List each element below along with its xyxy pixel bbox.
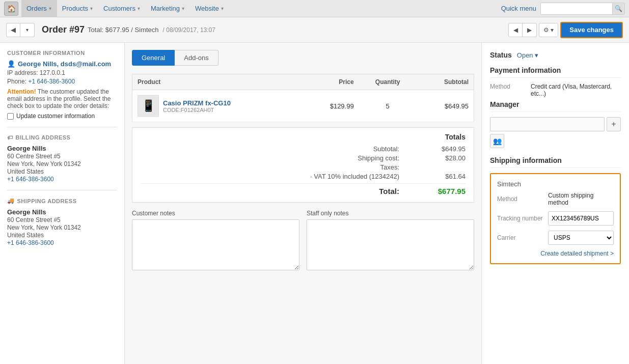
manager-input[interactable] (490, 117, 605, 131)
status-dropdown[interactable]: Open ▾ (517, 51, 538, 59)
group-icon: 👥 (493, 137, 502, 145)
customer-notes-block: Customer notes (132, 210, 299, 272)
totals-title: Totals (141, 133, 466, 141)
status-label: Status (490, 51, 512, 59)
product-cell: 📱 Casio PRIZM fx-CG10 CODE:F01262AH0T (132, 90, 303, 122)
nav-orders[interactable]: Orders ▾ (21, 0, 57, 17)
save-changes-button[interactable]: Save changes (560, 22, 623, 38)
tab-addons[interactable]: Add-ons (175, 50, 218, 66)
back-button-group: ◀ ▾ (6, 23, 35, 37)
nav-marketing[interactable]: Marketing ▾ (146, 0, 190, 17)
back-button[interactable]: ◀ (6, 23, 20, 37)
attention-message: Attention! The customer updated the emai… (7, 88, 117, 109)
shipping-line2: New York, New York 01342 (7, 224, 117, 231)
staff-notes-label: Staff only notes (307, 210, 474, 217)
shipping-country: United States (7, 232, 117, 239)
status-section: Status Open ▾ (490, 51, 621, 59)
shipping-cost-value: $28.00 (430, 154, 466, 162)
back-dropdown-button[interactable]: ▾ (20, 23, 35, 37)
right-panel: Status Open ▾ Payment information Method… (481, 43, 629, 364)
manager-group-button[interactable]: 👥 (490, 134, 504, 148)
customer-name-email: 👤 George Nills, dsds@mail.com (7, 60, 117, 68)
subtotal-label: Subtotal: (318, 145, 399, 153)
shipping-company: Simtech (497, 180, 614, 188)
subtotal-row: Subtotal: $649.95 (141, 145, 466, 153)
customers-dropdown-arrow: ▾ (138, 6, 140, 11)
total-row: Total: $677.95 (141, 183, 466, 195)
update-customer-label[interactable]: Update customer information (16, 113, 95, 120)
search-input[interactable] (541, 3, 612, 14)
customer-phone: Phone: +1 646-386-3600 (7, 78, 117, 85)
nav-products[interactable]: Products ▾ (57, 0, 98, 17)
nav-customers[interactable]: Customers ▾ (98, 0, 146, 17)
taxes-value (430, 163, 466, 171)
update-customer-check: Update customer information (7, 113, 117, 120)
orders-dropdown-arrow: ▾ (49, 6, 51, 11)
tab-general[interactable]: General (132, 50, 175, 66)
order-toolbar: ◀ ▾ Order #97 Total: $677.95 / Simtech /… (0, 17, 629, 43)
update-customer-checkbox[interactable] (7, 113, 14, 120)
staff-notes-textarea[interactable] (307, 219, 474, 270)
home-button[interactable]: 🏠 (4, 2, 18, 16)
tracking-number-input[interactable] (548, 211, 614, 226)
shipping-info-section: Simtech Method Custom shipping method Tr… (490, 173, 621, 264)
carrier-key: Carrier (497, 234, 548, 241)
tag-icon: 🏷 (7, 134, 13, 141)
shipping-name: George Nills (7, 208, 117, 216)
total-value: $677.95 (430, 187, 466, 195)
totals-section: Totals Subtotal: $649.95 Shipping cost: … (132, 127, 474, 203)
truck-icon: 🚚 (7, 198, 15, 204)
prev-order-button[interactable]: ◀ (508, 23, 523, 37)
toolbar-actions: ◀ ▶ ⚙ ▾ Save changes (508, 22, 623, 38)
product-price: $129.99 (303, 90, 359, 122)
manager-section: Manager + 👥 (490, 100, 621, 148)
shipping-method-value: Custom shipping method (548, 192, 614, 206)
create-shipment-link[interactable]: Create detailed shipment > (497, 250, 614, 257)
search-button[interactable]: 🔍 (612, 3, 624, 14)
shipping-method-row: Method Custom shipping method (497, 192, 614, 206)
tracking-key: Tracking number (497, 215, 548, 222)
vat-row: · VAT 10% included (1234242) $61.64 (141, 173, 466, 180)
payment-method-value: Credit card (Visa, Mastercard, etc...) (531, 83, 621, 97)
product-quantity: 5 (359, 90, 417, 122)
sidebar: CUSTOMER INFORMATION 👤 George Nills, dsd… (0, 43, 125, 364)
payment-info-title: Payment information (490, 66, 621, 78)
gear-dropdown-arrow: ▾ (551, 26, 554, 34)
shipping-method-key: Method (497, 195, 548, 203)
col-product: Product (132, 74, 303, 90)
col-quantity: Quantity (359, 74, 417, 90)
divider-2 (7, 190, 117, 190)
order-title: Order #97 (42, 24, 85, 35)
website-dropdown-arrow: ▾ (221, 6, 224, 11)
billing-country: United States (7, 168, 117, 175)
product-image: 📱 (138, 95, 159, 117)
customer-notes-label: Customer notes (132, 210, 299, 217)
carrier-select[interactable]: USPS FedEx UPS DHL (548, 231, 614, 245)
payment-method-key: Method (490, 83, 531, 97)
billing-name: George Nills (7, 145, 117, 152)
customer-notes-textarea[interactable] (132, 219, 299, 270)
customer-info-title: CUSTOMER INFORMATION (7, 50, 117, 56)
billing-line1: 60 Centre Street #5 (7, 153, 117, 160)
add-manager-button[interactable]: + (607, 117, 621, 131)
status-dropdown-arrow: ▾ (535, 51, 538, 59)
payment-method-row: Method Credit card (Visa, Mastercard, et… (490, 83, 621, 97)
content-area: General Add-ons Product Price Quantity S… (125, 43, 481, 364)
billing-address-title: 🏷 BILLING ADDRESS (7, 134, 117, 141)
customer-ip: IP address: 127.0.0.1 (7, 69, 117, 76)
vat-value: $61.64 (430, 173, 466, 180)
order-products-table: Product Price Quantity Subtotal 📱 Casio … (132, 74, 474, 122)
next-order-button[interactable]: ▶ (523, 23, 537, 37)
gear-icon: ⚙ (543, 26, 549, 34)
divider-1 (7, 127, 117, 127)
notes-section: Customer notes Staff only notes (132, 210, 474, 272)
product-subtotal: $649.95 (417, 90, 474, 122)
quick-menu-button[interactable]: Quick menu (497, 5, 540, 12)
product-name[interactable]: Casio PRIZM fx-CG10 (163, 99, 231, 107)
tab-bar: General Add-ons (132, 50, 474, 66)
shipping-line1: 60 Centre Street #5 (7, 216, 117, 223)
gear-menu-button[interactable]: ⚙ ▾ (539, 23, 558, 37)
manager-input-row: + (490, 117, 621, 131)
manager-title: Manager (490, 100, 621, 112)
nav-website[interactable]: Website ▾ (190, 0, 229, 17)
